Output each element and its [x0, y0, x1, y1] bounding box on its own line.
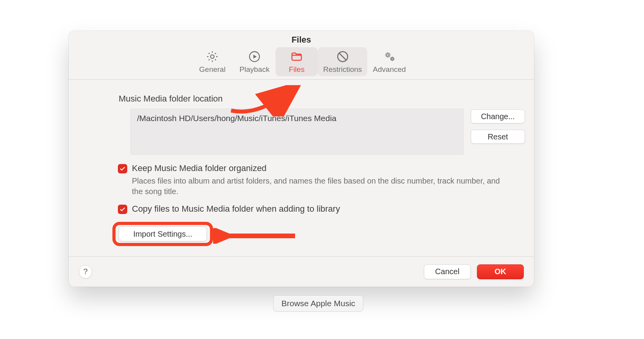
settings-dialog: Files General Playback [69, 31, 534, 287]
ok-button[interactable]: OK [477, 264, 524, 279]
cancel-button[interactable]: Cancel [424, 264, 471, 279]
import-settings-highlight: Import Settings... [112, 222, 213, 246]
keep-organized-label: Keep Music Media folder organized [132, 163, 267, 173]
svg-point-3 [386, 54, 389, 56]
block-icon [336, 50, 350, 64]
tab-bar: General Playback Files [69, 47, 534, 80]
keep-organized-row: Keep Music Media folder organized [118, 163, 534, 173]
folder-icon [290, 50, 304, 64]
copy-files-label: Copy files to Music Media folder when ad… [132, 204, 340, 214]
svg-point-0 [211, 55, 214, 58]
reset-button[interactable]: Reset [471, 130, 525, 144]
change-button[interactable]: Change... [471, 109, 525, 123]
dialog-footer: ? Cancel OK [69, 256, 534, 287]
import-settings-button[interactable]: Import Settings... [119, 227, 207, 241]
svg-point-4 [391, 58, 393, 60]
copy-files-row: Copy files to Music Media folder when ad… [118, 204, 534, 214]
content-area: Music Media folder location /Macintosh H… [69, 80, 534, 214]
copy-files-checkbox[interactable] [118, 205, 127, 214]
gears-icon [382, 50, 397, 64]
media-folder-path: /Macintosh HD/Users/hong/Music/iTunes/iT… [130, 109, 464, 155]
tab-label: Restrictions [323, 65, 362, 74]
tab-label: General [199, 65, 226, 74]
tab-restrictions[interactable]: Restrictions [318, 47, 367, 76]
tab-advanced[interactable]: Advanced [367, 47, 411, 76]
tab-general[interactable]: General [191, 47, 233, 76]
tab-files[interactable]: Files [276, 47, 318, 76]
help-button[interactable]: ? [79, 265, 92, 278]
gear-icon [205, 50, 219, 64]
keep-organized-help: Places files into album and artist folde… [132, 176, 507, 197]
tab-label: Playback [240, 65, 270, 74]
tab-label: Files [289, 65, 304, 74]
tab-label: Advanced [373, 65, 406, 74]
keep-organized-checkbox[interactable] [118, 164, 127, 173]
dialog-title: Files [69, 31, 534, 45]
media-folder-label: Music Media folder location [119, 94, 534, 104]
play-circle-icon [247, 50, 262, 64]
browse-apple-music-button[interactable]: Browse Apple Music [273, 295, 363, 312]
tab-playback[interactable]: Playback [233, 47, 276, 76]
